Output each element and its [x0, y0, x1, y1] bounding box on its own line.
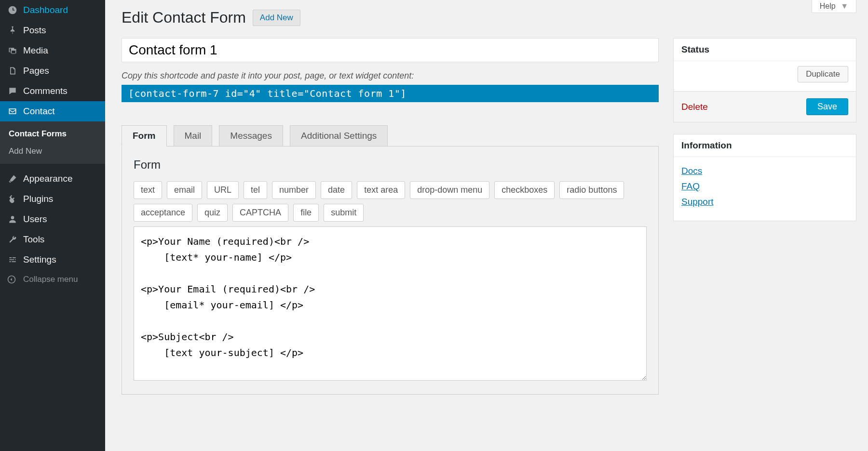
sidebar-item-appearance[interactable]: Appearance: [0, 169, 105, 189]
media-icon: [7, 46, 18, 55]
tag-button-text[interactable]: text: [134, 181, 162, 199]
mail-icon: [7, 106, 18, 116]
sidebar-item-label: Appearance: [23, 173, 72, 184]
tab-additional-settings[interactable]: Additional Settings: [290, 125, 388, 146]
status-heading: Status: [674, 39, 856, 61]
tag-button-file[interactable]: file: [293, 204, 319, 222]
collapse-icon: [7, 275, 18, 284]
tag-button-text-area[interactable]: text area: [357, 181, 405, 199]
chevron-down-icon: ▼: [841, 2, 848, 10]
help-tab[interactable]: Help ▼: [812, 0, 856, 13]
sidebar-item-label: Media: [23, 45, 48, 56]
save-button[interactable]: Save: [806, 98, 848, 115]
sidebar-item-label: Pages: [23, 66, 49, 76]
sidebar-item-label: Users: [23, 214, 47, 225]
help-label: Help: [820, 2, 836, 10]
sidebar-item-label: Dashboard: [23, 5, 68, 15]
sidebar-item-users[interactable]: Users: [0, 209, 105, 229]
shortcode-display[interactable]: [contact-form-7 id="4" title="Contact fo…: [122, 85, 659, 102]
tag-generator-row: textemailURLtelnumberdatetext areadrop-d…: [134, 181, 647, 222]
sidebar-sub-item[interactable]: Add New: [0, 143, 105, 160]
form-title-input[interactable]: [122, 38, 659, 62]
sidebar-sub-item[interactable]: Contact Forms: [0, 125, 105, 143]
duplicate-button[interactable]: Duplicate: [798, 66, 848, 82]
sidebar-item-pages[interactable]: Pages: [0, 61, 105, 81]
main-content: Help ▼ Edit Contact Form Add New Copy th…: [105, 0, 868, 451]
status-box: Status Duplicate Delete Save: [673, 38, 856, 122]
tag-button-captcha[interactable]: CAPTCHA: [232, 204, 288, 222]
sidebar-item-tools[interactable]: Tools: [0, 229, 105, 250]
sidebar-item-label: Tools: [23, 234, 44, 245]
sidebar-item-dashboard[interactable]: Dashboard: [0, 0, 105, 20]
tag-button-acceptance[interactable]: acceptance: [134, 204, 192, 222]
sidebar-item-plugins[interactable]: Plugins: [0, 189, 105, 209]
info-link-docs[interactable]: Docs: [681, 166, 848, 176]
sidebar-item-settings[interactable]: Settings: [0, 250, 105, 270]
tag-button-number[interactable]: number: [272, 181, 316, 199]
tab-messages[interactable]: Messages: [219, 125, 283, 146]
editor-tabs: FormMailMessagesAdditional Settings: [122, 125, 659, 146]
tag-button-drop-down-menu[interactable]: drop-down menu: [410, 181, 489, 199]
pages-icon: [7, 66, 18, 76]
tag-button-url[interactable]: URL: [207, 181, 239, 199]
info-link-faq[interactable]: FAQ: [681, 181, 848, 192]
tab-form[interactable]: Form: [122, 125, 167, 146]
plug-icon: [7, 194, 18, 204]
brush-icon: [7, 174, 18, 184]
delete-link[interactable]: Delete: [681, 102, 708, 112]
sidebar-item-media[interactable]: Media: [0, 40, 105, 61]
sidebar-item-label: Contact: [23, 106, 54, 117]
comment-icon: [7, 86, 18, 96]
tag-button-radio-buttons[interactable]: radio buttons: [559, 181, 624, 199]
tag-button-date[interactable]: date: [321, 181, 352, 199]
sidebar-item-label: Plugins: [23, 194, 53, 204]
page-title: Edit Contact Form: [122, 9, 246, 27]
sidebar-submenu: Contact FormsAdd New: [0, 121, 105, 164]
sidebar-item-label: Posts: [23, 25, 46, 36]
user-icon: [7, 214, 18, 224]
pin-icon: [7, 26, 18, 35]
information-box: Information DocsFAQSupport: [673, 134, 856, 221]
info-link-support[interactable]: Support: [681, 197, 848, 207]
wrench-icon: [7, 235, 18, 244]
information-heading: Information: [674, 134, 856, 157]
admin-sidebar: Dashboard Posts Media Pages Comments Con…: [0, 0, 105, 451]
shortcode-help-text: Copy this shortcode and paste it into yo…: [122, 71, 659, 81]
collapse-menu[interactable]: Collapse menu: [0, 270, 105, 289]
tag-button-quiz[interactable]: quiz: [197, 204, 228, 222]
sidebar-item-posts[interactable]: Posts: [0, 20, 105, 40]
sidebar-item-label: Settings: [23, 254, 56, 265]
sliders-icon: [7, 255, 18, 265]
sidebar-item-contact[interactable]: Contact: [0, 101, 105, 121]
tag-button-checkboxes[interactable]: checkboxes: [494, 181, 555, 199]
panel-heading: Form: [134, 158, 647, 172]
dashboard-icon: [7, 5, 18, 15]
tag-button-email[interactable]: email: [167, 181, 202, 199]
form-panel: Form textemailURLtelnumberdatetext aread…: [122, 146, 659, 395]
collapse-label: Collapse menu: [23, 275, 78, 284]
add-new-button[interactable]: Add New: [253, 10, 300, 26]
tag-button-tel[interactable]: tel: [244, 181, 267, 199]
tag-button-submit[interactable]: submit: [324, 204, 364, 222]
tab-mail[interactable]: Mail: [174, 125, 213, 146]
sidebar-item-comments[interactable]: Comments: [0, 81, 105, 101]
form-template-textarea[interactable]: [134, 226, 647, 381]
sidebar-item-label: Comments: [23, 86, 68, 96]
